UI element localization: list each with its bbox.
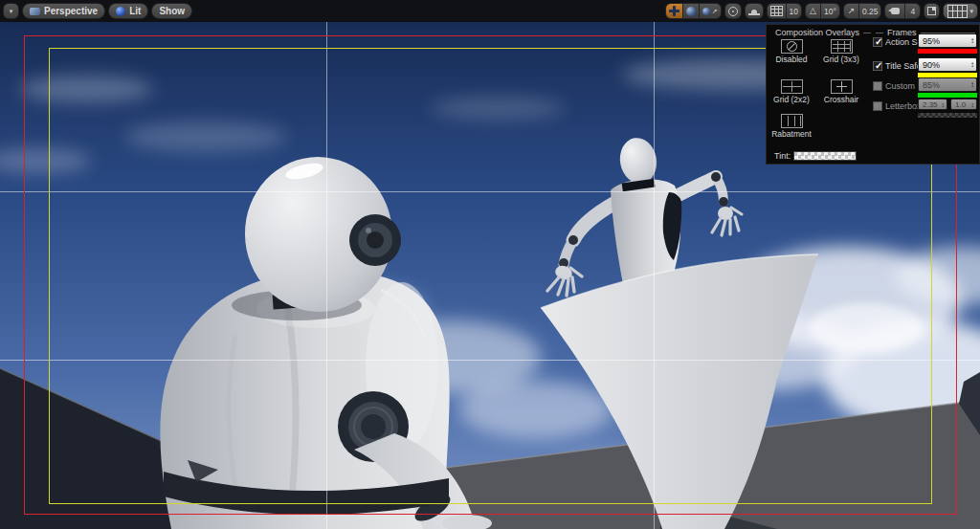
spinner-icon: ↕ xyxy=(942,101,946,108)
caret-down-icon: ▾ xyxy=(969,8,973,15)
title-safe-value-field[interactable]: 90% ↕ xyxy=(918,57,977,72)
custom-safe-checkbox[interactable] xyxy=(873,81,882,91)
translate-tool-button[interactable] xyxy=(665,3,683,19)
surface-snap-icon xyxy=(748,7,760,16)
maximize-viewport-button[interactable] xyxy=(924,3,940,19)
action-safe-color-bar xyxy=(918,49,977,54)
composition-overlays-panel: Composition Overlays Frames Disabled Gri… xyxy=(766,24,980,165)
rabatment-icon xyxy=(783,116,801,126)
letterbox-ratio-y-field[interactable]: 1.0 ↕ xyxy=(950,99,977,110)
overlay-crosshair-button[interactable]: Crosshair xyxy=(816,79,866,104)
rotation-snap-value[interactable]: 10° xyxy=(820,3,840,19)
grid-snap-toggle[interactable] xyxy=(767,3,787,19)
overlays-section-header: Composition Overlays xyxy=(771,28,871,37)
spinner-icon: ↕ xyxy=(971,101,975,108)
scale-tool-button[interactable]: ↗ xyxy=(699,3,722,19)
show-button[interactable]: Show xyxy=(151,3,192,19)
disabled-icon xyxy=(787,41,797,52)
grid-snap-value[interactable]: 10 xyxy=(786,3,802,19)
letterbox-ratio-x-field[interactable]: 2.35 ↕ xyxy=(918,99,947,110)
viewport-toolbar: ▾ Perspective Lit Show xyxy=(0,0,980,22)
custom-safe-value-field[interactable]: 85% ↕ xyxy=(918,77,977,92)
title-safe-checkbox[interactable]: ✓ xyxy=(873,61,882,71)
letterbox-mask-bar xyxy=(918,113,977,118)
overlay-disabled-button[interactable]: Disabled xyxy=(767,39,816,64)
coordinate-system-button[interactable] xyxy=(724,3,742,19)
camera-speed-button[interactable] xyxy=(884,3,905,19)
spinner-icon: ↕ xyxy=(970,60,974,69)
spinner-icon: ↕ xyxy=(970,36,974,45)
custom-safe-color-bar xyxy=(918,93,977,98)
overlay-grid3x3-button[interactable]: Grid (3x3) xyxy=(816,39,866,64)
lit-mode-icon xyxy=(116,7,125,16)
maximize-icon xyxy=(927,7,936,15)
show-label: Show xyxy=(159,6,185,16)
overlay-rabatment-button[interactable]: Rabatment xyxy=(767,114,816,139)
arrow-ne-icon: ↗ xyxy=(712,7,718,15)
letterbox-mask-checkbox[interactable] xyxy=(873,101,882,111)
action-safe-value-field[interactable]: 95% ↕ xyxy=(918,33,977,48)
scale-sphere-icon xyxy=(702,8,710,15)
camera-speed-value[interactable]: 4 xyxy=(904,3,921,19)
grid-3x3-icon xyxy=(833,41,851,52)
scale-snap-toggle[interactable]: ↗ xyxy=(843,3,859,19)
tint-label: Tint: xyxy=(774,151,791,161)
scale-snap-value[interactable]: 0.25 xyxy=(858,3,882,19)
crosshair-icon xyxy=(835,81,848,92)
editor-window: ▾ Perspective Lit Show xyxy=(0,0,980,529)
grid-2x2-icon xyxy=(783,81,801,92)
rotate-sphere-icon xyxy=(686,7,696,16)
perspective-icon xyxy=(30,8,40,15)
overlay-grid-icon xyxy=(947,5,968,18)
lit-label: Lit xyxy=(129,6,141,16)
action-safe-checkbox[interactable]: ✓ xyxy=(873,37,882,47)
grid-snap-icon xyxy=(770,6,783,16)
perspective-button[interactable]: Perspective xyxy=(22,3,105,19)
surface-snapping-button[interactable] xyxy=(745,3,764,19)
tint-color-slider[interactable] xyxy=(793,151,857,161)
perspective-label: Perspective xyxy=(44,6,98,16)
lit-button[interactable]: Lit xyxy=(108,3,148,19)
title-safe-label: Title Safe xyxy=(885,61,922,71)
move-gizmo-icon xyxy=(669,6,679,16)
scale-snap-icon: ↗ xyxy=(848,7,856,15)
rotation-snap-icon: △ xyxy=(810,7,816,15)
camera-icon xyxy=(888,7,902,15)
composition-overlays-dropdown-button[interactable]: ▾ xyxy=(943,3,978,19)
globe-icon xyxy=(728,7,738,16)
caret-down-icon: ▾ xyxy=(10,8,13,15)
overlay-grid2x2-button[interactable]: Grid (2x2) xyxy=(767,79,816,104)
spinner-icon: ↕ xyxy=(970,80,974,89)
rotate-tool-button[interactable] xyxy=(682,3,700,19)
viewport-options-button[interactable]: ▾ xyxy=(3,3,19,19)
rotation-snap-toggle[interactable]: △ xyxy=(805,3,821,19)
